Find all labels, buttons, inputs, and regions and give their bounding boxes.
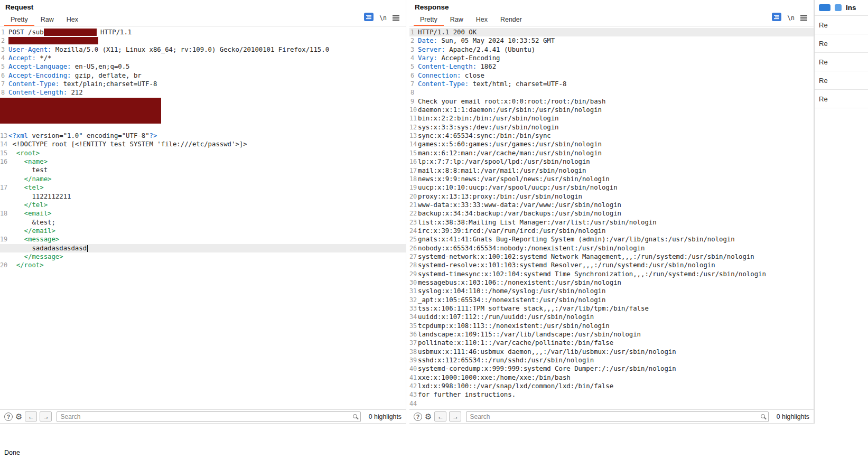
line-number	[0, 252, 8, 261]
code-line: 19uucp:x:10:10:uucp:/var/spool/uucp:/usr…	[409, 183, 814, 192]
next-match-button[interactable]: →	[449, 411, 461, 421]
pretty-print-icon[interactable]	[364, 13, 374, 23]
code-line: 9Check your email root:x:0:0:root:/root:…	[409, 97, 814, 106]
response-tab-raw[interactable]: Raw	[444, 14, 470, 26]
settings-gear-icon[interactable]: ⚙	[425, 413, 432, 420]
search-icon	[761, 414, 765, 418]
response-tab-hex[interactable]: Hex	[470, 14, 494, 26]
inspector-section-1[interactable]: Re	[815, 34, 868, 53]
line-number: 17	[0, 183, 8, 192]
response-editor[interactable]: 1HTTP/1.1 200 OK2Date: Sun, 05 May 2024 …	[409, 26, 814, 409]
newline-toggle-icon[interactable]: \n	[379, 14, 387, 22]
menu-icon[interactable]	[393, 15, 399, 21]
code-line: 1122112211	[0, 192, 406, 201]
response-search-input[interactable]	[466, 411, 768, 422]
response-tab-render[interactable]: Render	[494, 14, 528, 26]
code-line: 4Vary: Accept-Encoding	[409, 54, 814, 62]
line-number: 18	[409, 175, 418, 183]
request-highlights-count: 0 highlights	[366, 413, 402, 420]
request-panel: Request PrettyRawHex \n 1POST /sub HTTP/…	[0, 0, 406, 424]
response-search-bar: ? ⚙ ← → 0 highlights	[409, 409, 814, 424]
line-number: 2	[0, 36, 8, 45]
inspector-title: Ins	[846, 4, 856, 12]
inspector-section-4[interactable]: Re	[815, 90, 868, 108]
line-number: 22	[409, 209, 418, 218]
request-tab-hex[interactable]: Hex	[60, 14, 85, 26]
request-tab-pretty[interactable]: Pretty	[4, 14, 34, 26]
request-editor[interactable]: 1POST /sub HTTP/1.123User-Agent: Mozilla…	[0, 26, 406, 409]
code-line: 6Connection: close	[409, 71, 814, 80]
code-line: 38usbmux:x:111:46:usbmux daemon,,,:/var/…	[409, 348, 814, 356]
line-number: 16	[409, 157, 418, 166]
line-number: 44	[409, 399, 418, 408]
request-panel-title: Request	[0, 0, 406, 14]
code-line: 23list:x:38:38:Mailing List Manager:/var…	[409, 218, 814, 227]
line-number: 40	[409, 364, 418, 373]
code-line: 30messagebus:x:103:106::/nonexistent:/us…	[409, 278, 814, 287]
menu-icon[interactable]	[800, 15, 807, 21]
prev-match-button[interactable]: ←	[434, 411, 446, 421]
code-line: 33tss:x:106:111:TPM software stack,,,:/v…	[409, 304, 814, 313]
request-search-bar: ? ⚙ ← → 0 highlights	[0, 409, 406, 424]
search-icon	[353, 414, 357, 418]
code-line: sadadasdasdasd	[0, 244, 406, 252]
line-number: 39	[409, 356, 418, 364]
line-number	[0, 123, 8, 132]
code-line: 6Accept-Encoding: gzip, deflate, br	[0, 71, 406, 80]
line-number: 5	[0, 62, 8, 71]
line-number: 20	[409, 192, 418, 201]
request-tab-raw[interactable]: Raw	[34, 14, 60, 26]
code-line: 8Content-Length: 212	[0, 88, 406, 97]
line-number: 6	[409, 71, 418, 80]
text-caret	[87, 245, 88, 252]
code-line: 35tcpdump:x:108:113::/nonexistent:/usr/s…	[409, 322, 814, 330]
line-number: 3	[409, 45, 418, 54]
request-search-input[interactable]	[57, 411, 360, 422]
response-highlights-count: 0 highlights	[773, 413, 809, 420]
inspector-section-2[interactable]: Re	[815, 53, 868, 71]
line-number: 13	[409, 132, 418, 140]
line-number	[0, 227, 8, 235]
next-match-button[interactable]: →	[40, 411, 52, 421]
line-number: 18	[0, 209, 8, 218]
code-line: 19 <message>	[0, 235, 406, 243]
line-number: 30	[409, 278, 418, 287]
line-number: 14	[409, 140, 418, 148]
response-panel-title: Response	[409, 0, 814, 14]
line-number: 17	[409, 166, 418, 175]
status-text: Done	[4, 449, 20, 456]
response-toolbar: \n	[772, 13, 809, 26]
line-number	[0, 218, 8, 227]
line-number: 26	[409, 244, 418, 252]
inspector-section-0[interactable]: Re	[815, 16, 868, 34]
code-line: 7Content-Type: text/html; charset=UTF-8	[409, 80, 814, 88]
line-number	[0, 201, 8, 209]
line-number: 1	[409, 28, 418, 36]
code-line: 24irc:x:39:39:ircd:/var/run/ircd:/usr/sb…	[409, 227, 814, 235]
code-line: 15man:x:6:12:man:/var/cache/man:/usr/sbi…	[409, 149, 814, 157]
line-number: 33	[409, 304, 418, 313]
inspector-section-3[interactable]: Re	[815, 71, 868, 90]
response-tab-pretty[interactable]: Pretty	[414, 14, 444, 26]
pretty-print-icon[interactable]	[772, 13, 781, 23]
line-number: 37	[409, 339, 418, 347]
response-search-wrap	[466, 411, 768, 422]
line-number: 3	[0, 45, 8, 54]
newline-toggle-icon[interactable]: \n	[787, 14, 795, 22]
request-tabs-row: PrettyRawHex \n	[0, 14, 406, 26]
code-line: 14games:x:5:60:games:/usr/games:/usr/sbi…	[409, 140, 814, 148]
code-line: 37pollinate:x:110:1::/var/cache/pollinat…	[409, 339, 814, 347]
line-number: 15	[409, 149, 418, 157]
code-line: 40systemd-coredump:x:999:999:systemd Cor…	[409, 364, 814, 373]
line-number: 20	[0, 261, 8, 269]
help-icon[interactable]: ?	[414, 413, 422, 421]
settings-gear-icon[interactable]: ⚙	[15, 413, 22, 420]
line-number	[0, 166, 8, 174]
inspector-pin-icon[interactable]	[835, 4, 842, 11]
help-icon[interactable]: ?	[4, 413, 13, 421]
code-line: 29systemd-timesync:x:102:104:systemd Tim…	[409, 270, 814, 278]
request-tabs: PrettyRawHex	[4, 14, 85, 26]
code-line: 14 <!DOCTYPE root [<!ENTITY test SYSTEM …	[0, 140, 406, 148]
prev-match-button[interactable]: ←	[25, 411, 37, 421]
inspector-toggle-icon[interactable]	[819, 4, 830, 11]
